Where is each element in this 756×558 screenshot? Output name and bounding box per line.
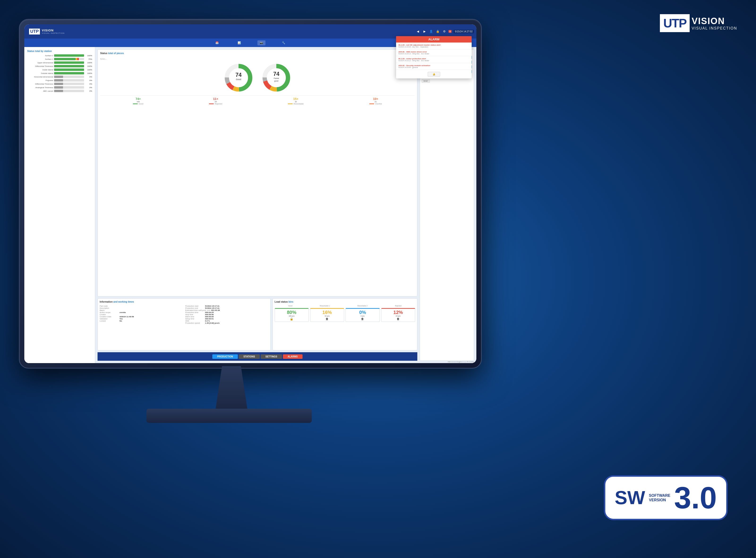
bins-row: 80% 160 pcs 🔒 16% 32 pcs 🗑 xyxy=(275,308,415,322)
info-row-validated: ValidatedYes xyxy=(100,318,183,320)
station-label-analogical: Analogical Thickness xyxy=(27,86,53,88)
status-pieces-card: Status total of pieces Pieces produced 0… xyxy=(98,49,417,297)
logo-visual-inspection-label: VISUAL INSPECTION xyxy=(692,26,737,30)
station-bars-container: Surface 2 100% Surface 1 xyxy=(27,54,92,92)
arrow-back-icon[interactable]: ◀ xyxy=(415,29,421,34)
info-left-col: Part code Description Batch Active recip… xyxy=(100,305,183,324)
station-bar-diff-thick: Differential Thickness 100% xyxy=(27,65,92,67)
info-row-alarm-time: Alarm time000:00:00 xyxy=(185,315,268,318)
station-label-outside: Outside lateral xyxy=(27,72,53,74)
info-row-batch: Batch xyxy=(100,309,183,311)
arrow-forward-icon[interactable]: ▶ xyxy=(422,29,427,34)
notes-field[interactable]: Notes... xyxy=(100,58,415,60)
bar-pulpview xyxy=(54,79,84,81)
station-label-surface1: Surface 1 xyxy=(27,58,53,60)
tab-alarms[interactable]: ALARMS xyxy=(283,354,303,359)
bin-rework1: 16% 32 pcs 🗑 xyxy=(310,308,344,322)
bar-horiz xyxy=(54,76,84,78)
info-row-prod-time: Production time000:04:25 xyxy=(185,311,268,313)
bin-rework2-icon: 🗑 xyxy=(361,317,364,321)
app-logo: UTP VISION VISUAL INSPECTION xyxy=(29,29,64,34)
lock-icon[interactable]: 🔒 xyxy=(435,29,441,34)
station-label-diff-thick: Differential Thickness xyxy=(27,65,53,67)
bar-diff-thick xyxy=(54,65,84,67)
info-row-recipe: Active recipecernita xyxy=(100,311,183,313)
header-icons: ◀ ▶ 👤 🔒 ⚙ 4 xyxy=(415,29,451,34)
pieces-section-title: Status total of pieces xyxy=(100,52,124,55)
reset-button[interactable]: RESET xyxy=(422,79,430,83)
station-bar-upper-dim: Upper dimensional 100% xyxy=(27,61,92,64)
header-right-controls: ◀ ▶ 👤 🔒 ⚙ 4 5/15/24 14:27:02 xyxy=(415,29,474,34)
bin-reject-icon: 🗑 xyxy=(397,317,400,321)
tab-settings[interactable]: SETTINGS xyxy=(261,354,282,359)
bin-rework2: 0% 0 pcs 🗑 xyxy=(345,308,380,322)
info-section-title: Information and working times xyxy=(100,301,268,303)
alarm-footer: 🔔 xyxy=(396,70,472,78)
logo-vision-label: VISION xyxy=(692,16,725,26)
info-row-part-code: Part code xyxy=(100,305,183,307)
bin-good: 80% 160 pcs 🔒 xyxy=(275,308,309,322)
nav-tab-wrench[interactable]: 🔧 xyxy=(280,41,288,45)
info-right-col: Production start5/15/24 15:17:41 Product… xyxy=(185,305,268,324)
alarm-item-3: IN-1.00 - motor protection alert 5/15/24… xyxy=(396,56,472,63)
station-label-horiz: Horizontal dimensional xyxy=(27,76,53,78)
info-row-stop-time: Stop time000:55:56 xyxy=(185,313,268,315)
header-brand-vision: VISION VISUAL INSPECTION xyxy=(42,29,64,34)
left-panel: Status total by station Surface 2 xyxy=(24,47,95,363)
info-row-prod-end: Production end5/15/24 15:17:41 xyxy=(185,307,268,309)
bottom-row: Information and working times Part code … xyxy=(98,298,417,350)
station-bar-inside: Inside lateral 100% xyxy=(27,69,92,71)
center-panel: Status total of pieces Pieces produced 0… xyxy=(95,47,420,363)
tab-production[interactable]: PRODUCTION xyxy=(212,354,238,359)
settings-icon[interactable]: ⚙ xyxy=(442,29,447,34)
station-label-diff-thick2: Differential Thickness xyxy=(27,83,53,85)
svg-text:74: 74 xyxy=(235,72,242,78)
chart-icon: 📊 xyxy=(238,41,241,44)
info-row-setup-time: Setup time000:00:01 xyxy=(185,318,268,320)
screen: UTP VISION VISUAL INSPECTION ◀ ▶ 👤 🔒 ⚙ xyxy=(24,24,476,363)
nav-tab-chart[interactable]: 📊 xyxy=(235,41,243,45)
bar-surface1 xyxy=(54,58,84,60)
bins-headers: Good Reworkable 1 Reworkable 2 Rejected xyxy=(275,305,415,307)
stat-overfed: 10+ 21 Overfed xyxy=(369,97,382,105)
svg-text:Good: Good xyxy=(236,78,241,80)
bin-rework1-icon: 🗑 xyxy=(326,317,329,321)
bins-card: Load status bins Good Reworkable 1 Rewor… xyxy=(272,298,417,350)
info-row-locked: LockedNo xyxy=(100,320,183,322)
logo-utp-text: UTP xyxy=(663,16,686,30)
alarm-count-badge[interactable]: 4 xyxy=(448,30,451,33)
donut-partial-svg: 74 Partial good xyxy=(261,62,292,93)
calendar-icon: 📅 xyxy=(215,41,219,44)
info-row-creation-date: Creation Date4/30/24 11:46:58 xyxy=(100,315,183,318)
user-icon[interactable]: 👤 xyxy=(429,29,434,34)
station-label-upper-dim: Upper dimensional xyxy=(27,62,53,64)
alarm-panel-header: ALARM xyxy=(396,36,472,43)
station-bar-diff-thick2: Differential Thickness 0% xyxy=(27,83,92,85)
bin-reject: 12% 24 pcs 🗑 xyxy=(381,308,415,322)
station-bar-outside: Outside lateral 100% xyxy=(27,72,92,74)
alarm-close-button[interactable]: 🔔 xyxy=(428,72,440,77)
header-visual-text: VISUAL INSPECTION xyxy=(42,32,64,34)
speed-card: Adjustment of speed e commands Ext. feed… xyxy=(420,49,474,361)
info-row-description: Description xyxy=(100,307,183,309)
sw-version-badge: SW SOFTWARE VERSION 3.0 xyxy=(604,475,728,520)
main-content: Status total by station Surface 2 xyxy=(24,47,476,363)
donuts-row: 74 Good xyxy=(100,62,415,93)
header-vision-text: VISION xyxy=(42,29,64,32)
station-bar-surface2: Surface 2 100% xyxy=(27,54,92,57)
bar-outside xyxy=(54,72,84,74)
monitor-wrapper: UTP VISION VISUAL INSPECTION ◀ ▶ 👤 🔒 ⚙ xyxy=(19,19,515,468)
stat-rejected: 11+ 34 Rejected xyxy=(209,97,222,105)
tab-stations[interactable]: STATIONS xyxy=(239,354,260,359)
svg-text:good: good xyxy=(274,80,278,82)
station-section-title: Status total by station xyxy=(27,50,92,52)
stat-reworkable: 15+ 32 Reworkable xyxy=(288,97,304,105)
station-bar-surface1: Surface 1 75% xyxy=(27,58,92,60)
nav-tab-calendar[interactable]: 📅 xyxy=(213,41,221,45)
info-card: Information and working times Part code … xyxy=(98,298,271,350)
nav-tab-camera[interactable]: 📷 xyxy=(257,41,265,45)
info-row-prod-start: Production start5/15/24 15:17:41 xyxy=(185,305,268,307)
sw-version-number: 3.0 xyxy=(674,482,717,513)
stats-row: 74+ 160 Good 11+ 34 xyxy=(100,96,415,105)
bar-inside xyxy=(54,69,84,71)
